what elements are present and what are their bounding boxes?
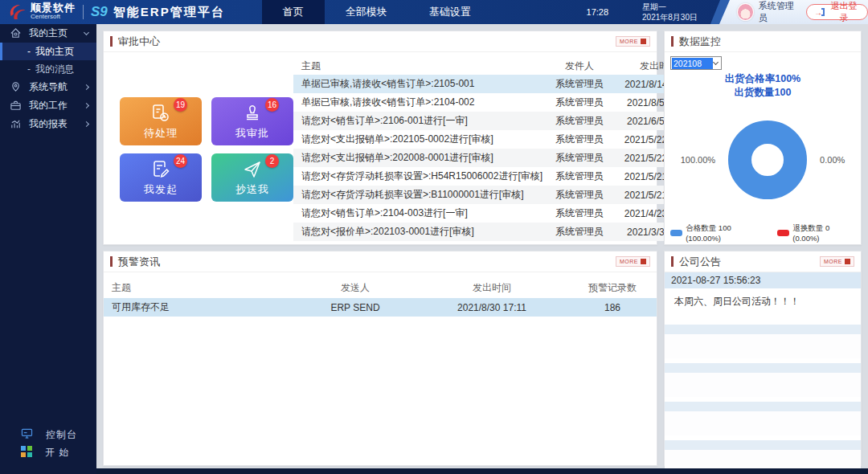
badge-count: 16 xyxy=(265,98,279,112)
table-row[interactable]: 请您对<销售订单>:2106-001进行[一审] 系统管理员 2021/6/5 … xyxy=(293,112,702,130)
announcement-date: 2021-08-27 15:56:23 xyxy=(665,272,861,288)
row-sender: 系统管理员 xyxy=(542,225,616,239)
row-sender: 系统管理员 xyxy=(542,133,616,146)
period-select[interactable]: 202108 xyxy=(670,56,722,70)
table-row[interactable]: 请您对<存货浮动耗损率设置>:B11000001进行[审核] 系统管理员 202… xyxy=(293,186,702,204)
chevron-right-icon xyxy=(84,121,89,127)
table-row[interactable]: 请您对<支出报销单>:202105-0002进行[审核] 系统管理员 2021/… xyxy=(293,130,702,149)
centersoft-logo-icon xyxy=(6,2,27,22)
row-sender: 系统管理员 xyxy=(542,188,616,202)
table-row[interactable]: 请您对<存货浮动耗损率设置>:H54R15006002进行[审核] 系统管理员 … xyxy=(293,167,702,186)
table-header: 主题 发件人 发出时间 xyxy=(293,58,702,75)
sidebar-item-system-nav[interactable]: 系统导航 xyxy=(0,78,96,96)
sidebar-item-label: 我的主页 xyxy=(35,45,74,59)
tab-home[interactable]: 首页 xyxy=(262,0,325,24)
chevron-down-icon xyxy=(84,29,89,35)
user-area: 系统管理员 → 退出登录 xyxy=(719,0,868,24)
chevron-right-icon xyxy=(84,84,89,90)
tile-cc-to-me[interactable]: 2 抄送我 xyxy=(211,153,293,202)
announcements-panel: 公司公告 MORE 2021-08-27 15:56:23 本周六、周日公司活动… xyxy=(664,251,862,466)
more-label: MORE xyxy=(620,259,638,264)
dash-marker: - xyxy=(27,63,31,75)
weekday-label: 星期一 xyxy=(642,2,698,12)
sidebar-item-my-home[interactable]: - 我的主页 xyxy=(0,43,96,60)
table-row[interactable]: 请您对<报价单>:202103-0001进行[审核] 系统管理员 2021/3/… xyxy=(293,223,702,241)
more-plus-icon xyxy=(641,259,646,264)
avatar[interactable] xyxy=(737,3,754,21)
doc-clock-icon xyxy=(150,103,171,124)
row-sender: 系统管理员 xyxy=(542,77,616,91)
more-button[interactable]: MORE xyxy=(820,256,854,267)
header-accent-bar xyxy=(110,36,113,47)
row-sender: ERP SEND xyxy=(295,302,416,313)
divider xyxy=(83,5,84,19)
row-sender: 系统管理员 xyxy=(542,96,616,109)
start-button[interactable]: 开 始 xyxy=(0,443,96,461)
panel-header: 预警资讯 MORE xyxy=(104,251,657,272)
column-alert-count: 预警记录数 xyxy=(568,281,657,295)
more-button[interactable]: MORE xyxy=(616,256,650,267)
legend-swatch-blue xyxy=(670,230,682,236)
dropdown-chevron-icon xyxy=(713,59,719,65)
panel-title: 数据监控 xyxy=(679,35,721,49)
announcement-placeholder xyxy=(665,402,861,435)
map-pin-icon xyxy=(10,81,23,94)
tile-initiated-by-me[interactable]: 24 我发起 xyxy=(120,153,202,202)
table-row[interactable]: 单据已审核,请接收<销售订单>:2104-002 系统管理员 2021/8/5 … xyxy=(293,93,702,112)
logout-label: 退出登录 xyxy=(828,0,860,24)
console-button[interactable]: 控制台 xyxy=(0,426,96,443)
pass-rate-label: 出货合格率100% xyxy=(670,72,855,86)
main-nav: 首页 全部模块 基础设置 xyxy=(262,0,492,24)
table-row[interactable]: 可用库存不足 ERP SEND 2021/8/30 17:11 186 xyxy=(104,298,657,317)
header-accent-bar xyxy=(671,36,674,47)
more-label: MORE xyxy=(620,39,638,44)
table-row[interactable]: 请您对<支出报销单>:202008-0001进行[审核] 系统管理员 2021/… xyxy=(293,149,702,167)
more-button[interactable]: MORE xyxy=(616,36,650,47)
badge-count: 24 xyxy=(174,154,187,168)
tile-my-approvals[interactable]: 16 我审批 xyxy=(211,97,293,145)
tab-basic-settings[interactable]: 基础设置 xyxy=(408,0,492,24)
row-sender: 系统管理员 xyxy=(542,114,616,128)
tile-label: 待处理 xyxy=(144,126,178,141)
column-subject: 主题 xyxy=(104,281,295,295)
table-row[interactable]: 请您对<销售订单>:2104-003进行[一审] 系统管理员 2021/4/23… xyxy=(293,204,702,223)
logout-button[interactable]: → 退出登录 xyxy=(806,4,868,20)
dash-marker: - xyxy=(27,46,31,57)
badge-count: 2 xyxy=(265,154,279,168)
row-subject: 请您对<销售订单>:2106-001进行[一审] xyxy=(293,114,542,128)
date-display: 星期一 2021年8月30日 xyxy=(642,2,698,22)
sidebar-item-label: 我的报表 xyxy=(29,117,84,131)
table-row[interactable]: 单据已审核,请接收<销售订单>:2105-001 系统管理员 2021/8/14… xyxy=(293,75,702,93)
bar-chart-icon xyxy=(10,118,23,131)
sidebar-item-my-home-group[interactable]: 我的主页 xyxy=(0,24,96,43)
panel-title: 公司公告 xyxy=(679,255,721,269)
erp-dashboard: 顺景软件 Centersoft S9 智能ERP管理平台 首页 全部模块 基础设… xyxy=(0,0,868,474)
row-sender: 系统管理员 xyxy=(542,151,616,165)
row-subject: 请您对<销售订单>:2104-003进行[一审] xyxy=(293,206,542,220)
data-monitor-panel: 数据监控 202108 出货合格率100% 出货数量100 100.00% 0.… xyxy=(664,31,862,245)
approval-table: 主题 发件人 发出时间 单据已审核,请接收<销售订单>:2105-001 系统管… xyxy=(293,52,710,245)
topbar: 顺景软件 Centersoft S9 智能ERP管理平台 首页 全部模块 基础设… xyxy=(0,0,868,24)
panel-header: 公司公告 MORE xyxy=(665,251,861,272)
shipment-metrics: 出货合格率100% 出货数量100 xyxy=(670,72,855,100)
row-subject: 单据已审核,请接收<销售订单>:2104-002 xyxy=(293,96,542,109)
alerts-panel: 预警资讯 MORE 主题 发送人 发出时间 预警记录数 可用库存不足 ERP S… xyxy=(103,251,657,466)
announcement-item[interactable]: 2021-08-27 15:56:23 本周六、周日公司活动！！！ xyxy=(665,272,861,320)
tile-pending[interactable]: 19 待处理 xyxy=(120,97,202,145)
sidebar-item-my-reports[interactable]: 我的报表 xyxy=(0,115,96,133)
sidebar-item-my-messages[interactable]: - 我的消息 xyxy=(0,60,96,78)
monitor-icon xyxy=(21,428,33,441)
stamp-icon xyxy=(242,103,263,124)
row-sender: 系统管理员 xyxy=(542,170,616,183)
sidebar-item-label: 我的主页 xyxy=(29,27,84,40)
legend-label: 合格数量 100 (100.00%) xyxy=(686,223,764,243)
sidebar-item-my-work[interactable]: 我的工作 xyxy=(0,96,96,115)
more-label: MORE xyxy=(824,259,842,264)
left-percent-label: 100.00% xyxy=(681,155,715,165)
tab-all-modules[interactable]: 全部模块 xyxy=(325,0,408,24)
row-subject: 单据已审核,请接收<销售订单>:2105-001 xyxy=(293,77,542,91)
donut-ring xyxy=(728,121,807,199)
sidebar-item-label: 我的消息 xyxy=(35,63,74,76)
username-label: 系统管理员 xyxy=(759,0,800,24)
paper-plane-icon xyxy=(242,159,263,180)
